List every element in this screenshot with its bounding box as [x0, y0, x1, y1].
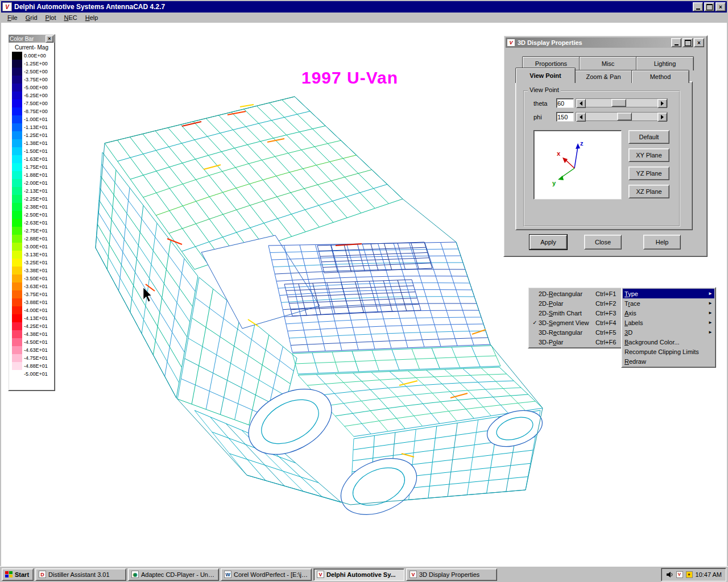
- menu-plot[interactable]: Plot: [42, 13, 60, 22]
- dialog-titlebar[interactable]: V 3D Display Properties ×: [506, 38, 705, 48]
- colorbar-swatch: [12, 211, 22, 219]
- menu-item-3d[interactable]: 3D►: [623, 327, 714, 337]
- colorbar-close-button[interactable]: ×: [46, 35, 53, 43]
- submenu-arrow-icon: ►: [706, 330, 713, 335]
- colorbar-row: -1.38E+01: [12, 139, 55, 147]
- app-titlebar[interactable]: V Delphi Automotive Systems AntennaCAD 4…: [1, 1, 727, 13]
- close-dialog-button[interactable]: Close: [584, 235, 622, 250]
- menu-item-recompute-clipping-limits[interactable]: Recompute Clipping Limits: [623, 347, 714, 356]
- taskbar-button-delphi-automotive-sy[interactable]: VDelphi Automotive Sy...: [313, 568, 404, 581]
- scroll-left-arrow-icon[interactable]: [576, 113, 586, 122]
- close-button[interactable]: ×: [715, 2, 726, 11]
- tab-method[interactable]: Method: [631, 70, 689, 83]
- volume-icon[interactable]: [665, 571, 673, 579]
- colorbar-value: -1.38E+01: [24, 140, 48, 146]
- colorbar-swatch: [12, 243, 22, 251]
- taskbar-button-3d-display-properties[interactable]: V3D Display Properties: [406, 568, 497, 581]
- colorbar-swatch: [12, 52, 22, 60]
- colorbar-value: -1.63E+01: [24, 156, 48, 162]
- tab-misc[interactable]: Misc: [579, 56, 637, 70]
- colorbar-row: -4.13E+01: [12, 314, 55, 322]
- menu-item-type[interactable]: Type►: [623, 289, 714, 298]
- maximize-button[interactable]: [704, 2, 714, 11]
- phi-scrollbar[interactable]: [576, 112, 668, 121]
- colorbar-value: -1.88E+01: [24, 172, 48, 178]
- theta-scroll-track[interactable]: [586, 99, 657, 107]
- clock: 10:47 AM: [696, 571, 722, 578]
- red-app-icon[interactable]: V: [676, 571, 683, 578]
- menu-item-3d-segment-view[interactable]: ✓3D-Segment ViewCtrl+F4: [530, 318, 622, 327]
- scroll-left-arrow-icon[interactable]: [576, 99, 586, 108]
- colorbar-swatch: [12, 76, 22, 84]
- help-button[interactable]: Help: [643, 235, 681, 250]
- scroll-right-arrow-icon[interactable]: [657, 113, 667, 122]
- apply-button[interactable]: Apply: [530, 235, 567, 250]
- colorbar-value: -1.75E+01: [24, 164, 48, 170]
- colorbar-row: -1.25E+00: [12, 60, 55, 68]
- menu-item-3d-polar[interactable]: 3D-PolarCtrl+F6: [530, 337, 622, 347]
- menu-item-label: Type: [624, 290, 706, 297]
- phi-input[interactable]: [556, 112, 574, 122]
- yz-plane-button[interactable]: YZ Plane: [628, 167, 669, 180]
- menu-item-axis[interactable]: Axis►: [623, 308, 714, 318]
- menu-item-redraw[interactable]: Redraw: [623, 356, 714, 366]
- menu-item-labels[interactable]: Labels►: [623, 318, 714, 327]
- taskbar-button-adaptec-cd-player-untitled[interactable]: ◉Adaptec CD-Player - Untitled: [128, 568, 219, 581]
- menu-item-2d-polar[interactable]: 2D-PolarCtrl+F2: [530, 298, 622, 308]
- colorbar-row: -2.63E+01: [12, 219, 55, 227]
- colorbar-row: -2.50E+01: [12, 211, 55, 219]
- colorbar-value: -8.75E+00: [24, 109, 48, 114]
- colorbar-swatch: [12, 267, 22, 275]
- minimize-icon: [696, 9, 700, 10]
- colorbar-row: -4.50E+01: [12, 338, 55, 346]
- xz-plane-button[interactable]: XZ Plane: [628, 185, 669, 198]
- colorbar-titlebar[interactable]: Color Bar ×: [9, 35, 55, 43]
- taskbar-button-corel-wordperfect-e-jro[interactable]: WCorel WordPerfect - [E:\jro...: [221, 568, 312, 581]
- taskbar-button-label: Distiller Assistant 3.01: [48, 571, 110, 578]
- theta-scrollbar[interactable]: [576, 98, 668, 107]
- colorbar-row: -2.38E+01: [12, 203, 55, 211]
- axis-z-label: z: [580, 140, 584, 147]
- menu-grid[interactable]: Grid: [22, 13, 42, 22]
- menu-item-background-color[interactable]: Background Color...: [623, 337, 714, 347]
- tab-lighting[interactable]: Lighting: [636, 56, 694, 70]
- colorbar-value: -1.13E+01: [24, 124, 48, 130]
- colorbar-swatch: [12, 251, 22, 259]
- phi-scroll-thumb[interactable]: [617, 113, 632, 120]
- menu-nec[interactable]: NEC: [60, 13, 81, 22]
- phi-scroll-track[interactable]: [586, 113, 657, 120]
- tab-view-point[interactable]: View Point: [515, 68, 576, 83]
- dialog-minimize-button[interactable]: [671, 38, 681, 47]
- menu-help[interactable]: Help: [81, 13, 102, 22]
- colorbar-value: -2.88E+01: [24, 236, 48, 242]
- colorbar-swatch: [12, 147, 22, 155]
- colorbar-row: -3.88E+01: [12, 298, 55, 306]
- submenu-arrow-icon: ►: [706, 291, 713, 296]
- menu-item-trace[interactable]: Trace►: [623, 298, 714, 308]
- theta-scroll-thumb[interactable]: [611, 99, 626, 107]
- menu-item-3d-rectangular[interactable]: 3D-RectangularCtrl+F5: [530, 327, 622, 337]
- taskbar-button-distiller-assistant-3-01[interactable]: DDistiller Assistant 3.01: [35, 568, 126, 581]
- taskbar: Start DDistiller Assistant 3.01◉Adaptec …: [0, 566, 728, 582]
- dialog-maximize-button[interactable]: [682, 38, 693, 47]
- minimize-button[interactable]: [693, 2, 703, 11]
- theta-input[interactable]: [556, 98, 574, 108]
- xy-plane-button[interactable]: XY Plane: [628, 148, 669, 162]
- menu-item-2d-rectangular[interactable]: 2D-RectangularCtrl+F1: [530, 289, 622, 298]
- yellow-app-icon[interactable]: ●: [686, 571, 693, 578]
- colorbar-row: -2.13E+01: [12, 187, 55, 195]
- menu-item-2d-smith-chart[interactable]: 2D-Smith ChartCtrl+F3: [530, 308, 622, 318]
- plot-heading: 1997 U-Van: [301, 68, 398, 88]
- colorbar-swatch: [12, 60, 22, 68]
- start-button[interactable]: Start: [2, 568, 34, 581]
- dialog-close-button[interactable]: ×: [694, 38, 704, 47]
- dialog-icon: V: [507, 39, 515, 47]
- tab-zoom-pan[interactable]: Zoom & Pan: [574, 70, 632, 83]
- default-button[interactable]: Default: [628, 130, 669, 144]
- theta-label: theta: [533, 100, 547, 107]
- colorbar-swatch: [12, 259, 22, 267]
- menu-file[interactable]: File: [3, 13, 22, 22]
- scroll-right-arrow-icon[interactable]: [657, 99, 667, 108]
- colorbar-row: -3.75E+00: [12, 76, 55, 84]
- menu-item-shortcut: Ctrl+F2: [595, 300, 621, 307]
